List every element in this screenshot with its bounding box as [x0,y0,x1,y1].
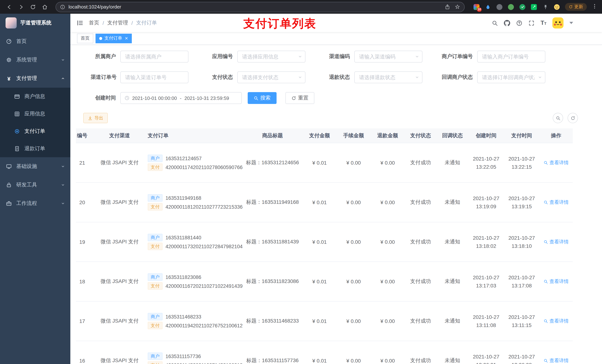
col-header-title: 商品标题 [243,132,302,139]
cell-refund: ¥ 0.00 [371,239,405,245]
notify-status-select[interactable] [477,71,545,83]
filter-label: 支付状态 [208,74,233,81]
refund-status-select[interactable] [354,71,422,83]
date-range-input[interactable]: 2021-10-01 00:00:00 - 2021-10-31 23:59:5… [120,92,242,104]
sidebar-subitem-merchant-info[interactable]: 商户信息 [0,88,70,105]
extension-check-circle-icon[interactable] [519,3,526,10]
browser-home-button[interactable] [40,2,50,12]
user-avatar[interactable] [552,17,563,29]
extension-gray-circle-icon[interactable] [496,3,503,10]
extension-drop-icon[interactable] [485,3,491,10]
browser-profile-avatar[interactable] [553,3,560,10]
export-button[interactable]: 导出 [83,113,108,123]
font-size-icon[interactable]: TT [540,20,547,26]
view-detail-link[interactable]: 查看详情 [544,278,569,285]
sidebar-subitem-pay-order[interactable]: 支付订单 [0,123,70,140]
view-detail-link[interactable]: 查看详情 [544,318,569,324]
pay-tag: 支付 [148,361,162,364]
cell-amount: ¥ 0.01 [302,318,336,324]
extensions-area: 10 更新 [468,3,598,11]
app-no-select[interactable] [237,51,305,62]
extension-green-circle-icon[interactable] [508,3,514,10]
search-icon[interactable] [492,20,498,26]
tab-close-icon[interactable] [124,36,128,40]
date-start-value: 2021-10-01 00:00:00 [132,95,177,101]
col-header-notify-status: 回调状态 [437,132,468,139]
breadcrumb-item-pay[interactable]: 支付管理 [107,20,128,26]
filter-label: 回调商户状态 [442,74,473,81]
table-tools [553,113,578,123]
reset-button[interactable]: 重置 [285,92,314,104]
breadcrumb-item-home[interactable]: 首页 [89,20,99,26]
url-bar[interactable]: localhost:1024/pay/order [55,2,465,12]
filter-pay-status: 支付状态 [208,71,305,83]
fold-sidebar-button[interactable] [76,19,84,27]
cell-channel: 微信 JSAPI 支付 [96,159,143,166]
cell-id: 18 [76,279,96,284]
cell-refund: ¥ 0.00 [371,199,405,205]
browser-back-button[interactable] [4,2,14,12]
merchant-tag: 商户 [148,234,162,241]
cell-order: 商户1635312124657 支付4200001174202110278060… [143,153,243,172]
chevron-down-icon [61,58,65,62]
extension-colorful-icon[interactable]: 10 [473,3,480,10]
cell-title: 标题：1635312124656 [243,159,302,166]
filter-row-1: 所属商户 应用编号 渠道编码 商户订单编号 [76,51,596,62]
sidebar-item-devtools[interactable]: 研发工具 [0,176,70,194]
merchant-order-no-input[interactable] [477,51,545,62]
browser-forward-button[interactable] [16,2,26,12]
sidebar-subitem-app-info[interactable]: 应用信息 [0,105,70,123]
search-icon [544,200,548,205]
screen: localhost:1024/pay/order 10 更新 [0,0,602,364]
view-detail-link[interactable]: 查看详情 [544,159,569,166]
avatar-caret-icon[interactable] [570,22,573,24]
search-button[interactable]: 搜索 [248,92,277,104]
sidebar-item-system[interactable]: 系统管理 [0,51,70,69]
sidebar-item-infra[interactable]: 基础设施 [0,157,70,176]
cell-create-time: 2021-10-2713:18:02 [468,234,504,250]
bookmark-star-icon[interactable] [455,4,460,10]
site-info-icon[interactable] [60,4,65,10]
chevron-up-icon [61,76,65,81]
docs-question-icon[interactable] [516,20,522,26]
browser-reload-button[interactable] [28,2,38,12]
merchant-select[interactable] [120,51,188,62]
cell-pay-time: 2021-10-2713:06:08 [504,353,539,364]
fullscreen-icon[interactable] [528,20,535,26]
view-detail-link[interactable]: 查看详情 [544,199,569,206]
view-detail-link[interactable]: 查看详情 [544,239,569,245]
tab-pay-order[interactable]: 支付订单 [96,33,132,43]
pay-status-select[interactable] [237,71,305,83]
tab-home[interactable]: 首页 [77,33,93,43]
extension-pin-icon[interactable] [542,3,549,10]
cell-id: 21 [76,160,96,166]
cell-refund: ¥ 0.00 [371,358,405,364]
url-text[interactable]: localhost:1024/pay/order [68,4,437,10]
cell-fee: ¥ 0.00 [336,318,371,324]
browser-menu-button[interactable] [592,3,598,10]
tags-view-bar: 首页 支付订单 [70,32,602,45]
col-header-pay-status: 支付状态 [405,132,437,139]
clock-icon [124,95,129,101]
sidebar-item-pay[interactable]: ¥ 支付管理 [0,69,70,88]
update-button[interactable]: 更新 [565,3,587,11]
extension-devtool-icon[interactable] [531,3,537,10]
github-icon[interactable] [504,20,510,26]
channel-code-select[interactable] [354,51,422,62]
sidebar-item-home[interactable]: 首页 [0,32,70,51]
view-detail-link[interactable]: 查看详情 [544,357,569,364]
toggle-search-button[interactable] [553,113,563,123]
cell-title: 标题：1635311881439 [243,239,302,245]
sidebar-item-workflow[interactable]: 工作流程 [0,194,70,213]
refresh-table-button[interactable] [568,113,578,123]
cell-amount: ¥ 0.01 [302,239,336,245]
card-icon [14,94,20,99]
share-icon[interactable] [445,4,450,10]
cell-refund: ¥ 0.00 [371,318,405,324]
cell-action: 查看详情 [539,199,573,206]
cell-pay-time: 2021-10-2713:11:15 [504,313,539,329]
pay-tag: 支付 [148,203,162,210]
channel-order-no-input[interactable] [120,71,188,83]
sidebar-subitem-refund-order[interactable]: 退款订单 [0,140,70,157]
search-icon [544,319,548,323]
